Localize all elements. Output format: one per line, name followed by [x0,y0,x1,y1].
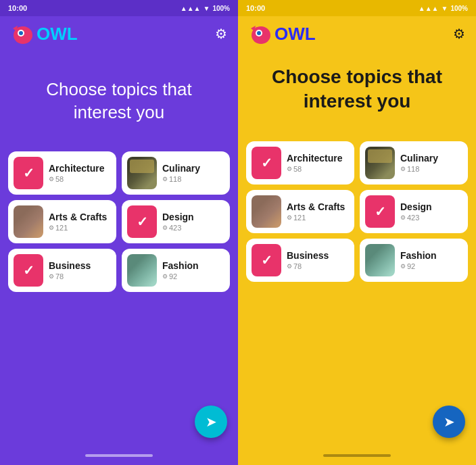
fab-left[interactable]: ➤ [195,406,227,438]
topic-name-arts-right: Arts & Crafts [287,201,349,212]
battery-icon-left: 100% [212,5,230,12]
topic-name-culinary-right: Culinary [400,153,462,164]
topic-info-architecture-left: Architecture 58 [49,163,111,183]
owl-logo-right: OWL [249,23,316,45]
topic-card-arts-left[interactable]: Arts & Crafts 121 [8,200,116,243]
topic-info-design-right: Design 423 [400,201,462,222]
compass-icon-right: ➤ [444,414,455,430]
topic-count-architecture-left: 58 [49,175,111,183]
topic-count-culinary-right: 118 [400,165,462,173]
screen-right: 10:00 ▲▲▲ ▼ 100% OWL ⚙ Choose topics tha… [238,0,476,465]
topic-name-arts-left: Arts & Crafts [49,212,111,222]
topic-card-business-left[interactable]: Business 78 [8,249,116,292]
topic-card-fashion-right[interactable]: Fashion 92 [360,239,468,282]
bottom-bar-left [85,454,153,457]
topic-thumb-arts-left [14,205,43,238]
topic-name-architecture-left: Architecture [49,163,111,174]
signal-icon-left: ▲▲▲ [181,5,201,12]
topic-name-business-right: Business [287,250,349,261]
topic-card-design-right[interactable]: Design 423 [360,190,468,233]
topic-count-design-left: 423 [162,224,224,232]
topic-name-fashion-left: Fashion [162,260,224,271]
topic-count-architecture-right: 58 [287,165,349,173]
topic-card-architecture-right[interactable]: Architecture 58 [246,141,354,185]
fab-right[interactable]: ➤ [433,406,465,438]
topic-card-fashion-left[interactable]: Fashion 92 [122,249,230,292]
check-overlay-design-left [127,205,157,238]
svg-point-3 [19,31,23,35]
topic-info-business-left: Business 78 [49,260,111,280]
check-overlay-design-right [365,195,395,228]
topic-thumb-fashion-left [127,254,157,287]
status-time-right: 10:00 [246,4,265,12]
topic-count-fashion-right: 92 [400,262,462,270]
hero-title-right: Choose topics that interest you [254,65,460,114]
owl-logo-left: OWL [11,23,78,45]
wifi-icon-right: ▼ [442,5,448,12]
topic-thumb-culinary-right [365,147,395,179]
compass-icon-left: ➤ [206,414,217,430]
hero-section-left: Choose topics that interest you [0,51,238,135]
bottom-bar-right [323,454,391,457]
topic-info-culinary-left: Culinary 118 [162,163,224,183]
wifi-icon-left: ▼ [204,5,210,12]
topic-info-design-left: Design 423 [162,212,224,232]
hero-title-left: Choose topics that interest you [16,78,222,124]
logo-text-left: OWL [37,24,78,45]
topic-name-fashion-right: Fashion [400,250,462,261]
topic-info-arts-left: Arts & Crafts 121 [49,212,111,232]
gear-icon-left[interactable]: ⚙ [215,26,227,42]
topic-name-design-left: Design [162,212,224,222]
signal-icon-right: ▲▲▲ [419,5,439,12]
topic-info-business-right: Business 78 [287,250,349,270]
topic-count-business-right: 78 [287,262,349,270]
status-bar-right: 10:00 ▲▲▲ ▼ 100% [238,0,476,16]
header-left: OWL ⚙ [0,16,238,51]
screen-left: 10:00 ▲▲▲ ▼ 100% OWL ⚙ Choose topics tha… [0,0,238,465]
topic-card-arts-right[interactable]: Arts & Crafts 121 [246,190,354,233]
topic-card-business-right[interactable]: Business 78 [246,239,354,282]
topic-count-arts-left: 121 [49,224,111,232]
owl-bird-icon-right [249,23,273,45]
topic-info-arts-right: Arts & Crafts 121 [287,201,349,222]
topic-count-arts-right: 121 [287,214,349,222]
topic-count-culinary-left: 118 [162,175,224,183]
svg-point-8 [257,31,261,35]
topic-card-design-left[interactable]: Design 423 [122,200,230,243]
battery-icon-right: 100% [450,5,468,12]
topic-thumb-culinary-left [127,157,157,189]
gear-icon-right[interactable]: ⚙ [453,26,465,42]
topic-info-fashion-left: Fashion 92 [162,260,224,280]
status-icons-right: ▲▲▲ ▼ 100% [419,5,468,12]
topic-info-culinary-right: Culinary 118 [400,153,462,173]
topic-name-design-right: Design [400,201,462,212]
topic-name-business-left: Business [49,260,111,271]
topic-card-culinary-left[interactable]: Culinary 118 [122,151,230,195]
check-overlay-business-right [252,244,281,276]
check-overlay-architecture-left [14,157,43,189]
topic-card-culinary-right[interactable]: Culinary 118 [360,141,468,185]
topic-info-architecture-right: Architecture 58 [287,153,349,173]
topic-thumb-fashion-right [365,244,395,276]
topic-name-culinary-left: Culinary [162,163,224,174]
topic-name-architecture-right: Architecture [287,153,349,164]
topic-info-fashion-right: Fashion 92 [400,250,462,270]
logo-text-right: OWL [275,24,316,45]
topics-grid-left: Architecture 58 Culinary 118 Arts & Craf… [0,146,238,297]
header-right: OWL ⚙ [238,16,476,51]
owl-bird-icon-left [11,23,35,45]
topic-thumb-arts-right [252,195,281,228]
hero-section-right: Choose topics that interest you [238,51,476,125]
topic-count-design-right: 423 [400,214,462,222]
status-icons-left: ▲▲▲ ▼ 100% [181,5,230,12]
check-overlay-architecture-right [252,147,281,179]
topic-count-fashion-left: 92 [162,272,224,280]
topic-card-architecture-left[interactable]: Architecture 58 [8,151,116,195]
status-time-left: 10:00 [8,4,27,12]
topic-count-business-left: 78 [49,272,111,280]
status-bar-left: 10:00 ▲▲▲ ▼ 100% [0,0,238,16]
topics-grid-right: Architecture 58 Culinary 118 Arts & Craf… [238,136,476,287]
check-overlay-business-left [14,254,43,287]
